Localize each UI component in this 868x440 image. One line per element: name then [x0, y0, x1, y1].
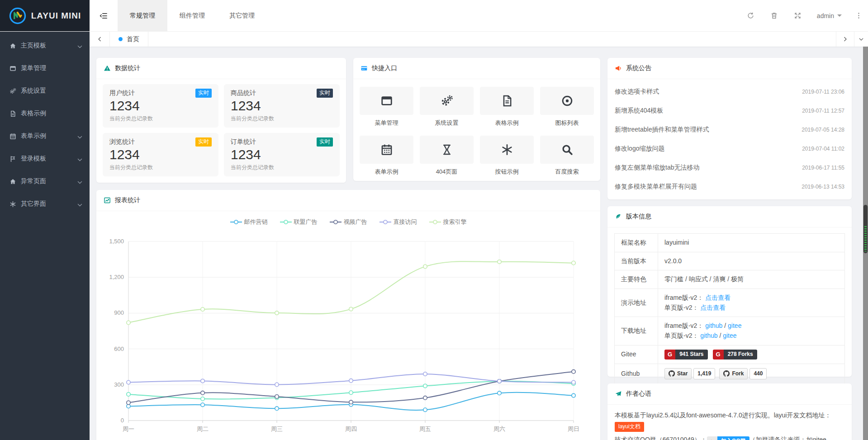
notice-date: 2019-06-13 14:53 [802, 184, 844, 190]
sidebar-item-其它界面[interactable]: 其它界面 [0, 193, 90, 215]
sidebar-item-主页模板[interactable]: 主页模板 [0, 34, 90, 57]
hourglass-icon [441, 143, 453, 156]
quick-entry-label: 系统设置 [420, 119, 474, 127]
header-tab-组件管理[interactable]: 组件管理 [167, 0, 217, 31]
quick-entry-label: 按钮示例 [480, 168, 534, 176]
quick-entry-图标列表[interactable]: 图标列表 [540, 87, 594, 127]
tab-scroll-left-button[interactable] [90, 32, 110, 47]
report-card: 报表统计 邮件营销联盟广告视频广告直接访问搜索引擎 周一周二周三周四周五周六周日… [96, 190, 600, 440]
version-link-点击查看[interactable]: 点击查看 [700, 304, 726, 311]
github-button-label: Fork [732, 369, 744, 378]
card-icon [360, 65, 368, 72]
chevron-down-icon [858, 36, 864, 43]
stat-badge: 实时 [317, 89, 333, 98]
tab-home[interactable]: 首页 [110, 32, 148, 47]
menu-fold-icon [99, 11, 108, 20]
sidebar-fold-button[interactable] [90, 0, 118, 31]
quick-entry-404页面[interactable]: 404页面 [420, 136, 474, 176]
clear-cache-button[interactable] [763, 0, 786, 32]
version-link-gitee[interactable]: gitee [728, 322, 741, 329]
tab-scroll-right-button[interactable] [836, 32, 854, 47]
legend-item-联盟广告[interactable]: 联盟广告 [280, 218, 318, 226]
quick-entry-菜单管理[interactable]: 菜单管理 [360, 87, 413, 127]
window-icon [9, 65, 16, 72]
notice-item[interactable]: 修改选项卡样式2019-07-11 23:06 [615, 82, 844, 101]
legend-item-搜索引擎[interactable]: 搜索引擎 [429, 218, 467, 226]
sidebar-item-表格示例[interactable]: 表格示例 [0, 102, 90, 125]
version-link-prefix: iframe版-v2： [664, 294, 705, 301]
legend-item-邮件营销[interactable]: 邮件营销 [230, 218, 268, 226]
page-scrollbar-track[interactable] [863, 47, 868, 440]
header-tab-常规管理[interactable]: 常规管理 [118, 0, 167, 31]
refresh-button[interactable] [739, 0, 763, 32]
github-icon [669, 370, 675, 377]
sidebar-item-label: 其它界面 [21, 200, 46, 208]
qq-group-link-badge[interactable]: 加入QQ群 [707, 436, 749, 440]
version-row-label: 当前版本 [615, 252, 658, 270]
sidebar-item-登录模板[interactable]: 登录模板 [0, 147, 90, 170]
sidebar-item-label: 系统设置 [21, 87, 46, 95]
stat-box-用户统计: 用户统计实时1234当前分类总记录数 [103, 84, 218, 128]
notice-text: 新增treetable插件和菜单管理样式 [615, 126, 709, 134]
gitee-badge[interactable]: G278 Forks [713, 350, 757, 360]
notice-item[interactable]: 新增系统404模板2019-07-11 12:57 [615, 101, 844, 120]
legend-item-视频广告[interactable]: 视频广告 [330, 218, 367, 226]
report-title: 报表统计 [115, 196, 140, 204]
header-tab-其它管理[interactable]: 其它管理 [217, 0, 267, 31]
notice-item[interactable]: 修改logo缩放问题2019-07-04 11:02 [615, 139, 844, 158]
stat-box-top: 用户统计实时 [109, 89, 212, 98]
header-menu-tabs: 常规管理组件管理其它管理 [118, 0, 267, 31]
report-header: 报表统计 [96, 190, 600, 211]
quick-entry-按钮示例[interactable]: 按钮示例 [480, 136, 534, 176]
version-row-value: Star1,419Fork440 [658, 364, 845, 384]
author-words-card: 作者心语 本模板基于layui2.5.4以及font-awesome-4.7.0… [607, 383, 852, 440]
more-menu-button[interactable] [849, 0, 868, 32]
paper-plane-icon [615, 390, 622, 397]
quick-entry-iconbox [540, 87, 594, 115]
layui-doc-link-badge[interactable]: layui文档 [615, 422, 644, 432]
version-link-github[interactable]: github [700, 332, 717, 339]
stat-label: 商品统计 [231, 89, 256, 97]
data-statistics-title: 数据统计 [115, 64, 140, 72]
gitee-badge[interactable]: G941 Stars [664, 350, 708, 360]
legend-item-直接访问[interactable]: 直接访问 [379, 218, 417, 226]
version-link-点击查看[interactable]: 点击查看 [705, 294, 730, 301]
notice-item[interactable]: 修复多模块菜单栏展开有问题2019-06-13 14:53 [615, 177, 844, 196]
github-star-button[interactable]: Star [664, 368, 692, 379]
github-count[interactable]: 1,419 [693, 368, 715, 379]
app-logo[interactable]: LAYUI MINI [0, 0, 90, 31]
version-link-line: iframe版-v2： github / gitee [664, 321, 838, 331]
github-count[interactable]: 440 [749, 368, 767, 379]
quick-entry-百度搜索[interactable]: 百度搜索 [540, 136, 594, 176]
quick-entry-表单示例[interactable]: 表单示例 [360, 136, 413, 176]
notice-item[interactable]: 新增treetable插件和菜单管理样式2019-07-05 14:28 [615, 120, 844, 139]
quick-entry-系统设置[interactable]: 系统设置 [420, 87, 474, 127]
snowflake-icon [9, 201, 16, 208]
tab-actions-dropdown-button[interactable] [854, 32, 868, 47]
version-link-line: 单页版-v2： github / gitee [664, 331, 838, 341]
stat-grid: 用户统计实时1234当前分类总记录数商品统计实时1234当前分类总记录数浏览统计… [96, 79, 346, 181]
stat-desc: 当前分类总记录数 [109, 164, 212, 171]
scrollbar-stripes [864, 226, 867, 251]
page-scrollbar-thumb[interactable] [863, 205, 868, 253]
user-dropdown[interactable]: admin [810, 12, 849, 19]
sidebar-item-label: 主页模板 [21, 42, 46, 50]
stat-value: 1234 [109, 147, 212, 163]
quick-entry-label: 百度搜索 [540, 168, 594, 176]
github-widget-Star: Star1,419 [664, 368, 715, 379]
calendar-icon [380, 143, 393, 156]
github-widget-Fork: Fork440 [719, 368, 767, 379]
fullscreen-button[interactable] [786, 0, 810, 32]
version-link-gitee[interactable]: gitee [723, 332, 736, 339]
quick-entry-iconbox [480, 136, 534, 164]
notice-item[interactable]: 修复左侧菜单缩放tab无法移动2019-06-17 11:55 [615, 158, 844, 177]
github-fork-button[interactable]: Fork [719, 368, 748, 379]
sidebar-item-系统设置[interactable]: 系统设置 [0, 80, 90, 102]
version-link-github[interactable]: github [705, 322, 722, 329]
sidebar-item-异常页面[interactable]: 异常页面 [0, 170, 90, 193]
svg-text:周一: 周一 [123, 426, 134, 432]
version-link-prefix: 单页版-v2： [664, 304, 700, 311]
sidebar-item-菜单管理[interactable]: 菜单管理 [0, 57, 90, 80]
quick-entry-表格示例[interactable]: 表格示例 [480, 87, 534, 127]
sidebar-item-表单示例[interactable]: 表单示例 [0, 125, 90, 147]
